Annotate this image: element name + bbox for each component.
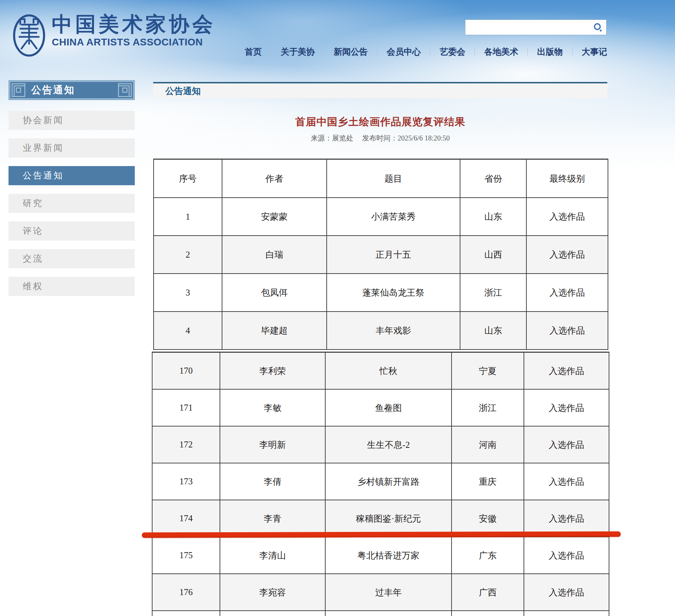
nav-item-4[interactable]: 艺委会	[440, 46, 465, 57]
table-cell: 包凤佴	[222, 274, 327, 312]
table-cell: 宁夏	[452, 352, 524, 390]
table-cell	[325, 611, 452, 616]
sidebar-item-5[interactable]: 交流	[9, 249, 135, 268]
table-cell: 入选作品	[526, 198, 608, 236]
table-header-row: 序号作者题目省份最终级别	[154, 159, 608, 198]
logo-title-en: CHINA ARTISTS ASSOCIATION	[52, 37, 216, 48]
nav-separator	[572, 48, 572, 56]
article-title: 首届中国乡土绘画作品展览复评结果	[153, 115, 607, 129]
table-cell: 171	[152, 389, 220, 426]
table-cell: 鱼鲞图	[325, 389, 452, 426]
table-header-cell: 序号	[154, 159, 222, 198]
table-header-cell: 作者	[222, 159, 327, 198]
table-row: 176李宛容过丰年广西入选作品	[152, 574, 609, 611]
table-cell: 李宛容	[220, 574, 325, 611]
site-logo[interactable]: 中国美术家协会 CHINA ARTISTS ASSOCIATION	[12, 13, 216, 58]
table-cell: 李倩	[220, 463, 325, 500]
search-icon[interactable]	[593, 22, 603, 33]
table-cell: 广西	[452, 574, 524, 611]
logo-title-cn: 中国美术家协会	[52, 13, 216, 36]
table-row-partial	[152, 611, 609, 616]
nav-item-5[interactable]: 各地美术	[484, 46, 518, 57]
search-input[interactable]	[469, 21, 591, 34]
sidebar: 公告通知 协会新闻业界新闻公告通知研究评论交流维权	[9, 80, 135, 304]
fret-pattern-icon	[11, 83, 26, 98]
main-nav: 首页关于美协新闻公告会员中心艺委会各地美术出版物大事记	[245, 45, 607, 58]
table-cell: 广东	[452, 537, 524, 574]
sidebar-item-0[interactable]: 协会新闻	[9, 111, 135, 130]
nav-separator	[475, 48, 475, 56]
table-cell: 入选作品	[524, 389, 609, 426]
table-row: 172李明新生生不息-2河南入选作品	[152, 426, 609, 463]
nav-separator	[324, 48, 325, 56]
table-cell: 入选作品	[526, 312, 608, 350]
table-cell: 安蒙蒙	[222, 198, 327, 236]
section-bar: 公告通知	[153, 82, 607, 98]
table-header-cell: 省份	[460, 159, 526, 198]
table-cell: 2	[154, 236, 222, 274]
table-cell	[152, 611, 220, 616]
table-cell: 乡村镇新开富路	[325, 463, 452, 500]
table-cell: 入选作品	[524, 463, 609, 500]
table-cell: 4	[154, 312, 222, 350]
sidebar-item-6[interactable]: 维权	[9, 277, 135, 296]
table-cell: 173	[152, 463, 220, 500]
sidebar-item-3[interactable]: 研究	[9, 194, 135, 213]
table-cell: 入选作品	[526, 274, 608, 312]
table-cell: 河南	[452, 426, 524, 463]
nav-item-2[interactable]: 新闻公告	[334, 46, 368, 57]
table-header-cell: 最终级别	[526, 159, 608, 198]
nav-item-0[interactable]: 首页	[245, 46, 262, 57]
nav-item-6[interactable]: 出版物	[537, 46, 563, 57]
table-cell: 李明新	[220, 426, 325, 463]
table-row: 3包凤佴蓬莱仙岛龙王祭浙江入选作品	[154, 274, 608, 312]
table-header-cell: 题目	[327, 159, 460, 198]
search-box	[465, 20, 607, 35]
sidebar-menu: 协会新闻业界新闻公告通知研究评论交流维权	[9, 111, 135, 296]
sidebar-item-4[interactable]: 评论	[9, 221, 135, 241]
table-cell: 李清山	[220, 537, 325, 574]
table-cell: 蓬莱仙岛龙王祭	[327, 274, 460, 312]
sidebar-item-2[interactable]: 公告通知	[9, 166, 135, 185]
table-cell: 172	[152, 426, 220, 463]
table-cell: 山东	[460, 312, 526, 350]
table-cell: 小满苦菜秀	[327, 198, 460, 236]
table-cell: 入选作品	[524, 352, 609, 390]
page: 中国美术家协会 CHINA ARTISTS ASSOCIATION 首页关于美协…	[0, 0, 675, 616]
table-cell: 李利荣	[220, 352, 325, 390]
red-marker-underline	[142, 532, 621, 538]
table-row: 170李利荣忙秋宁夏入选作品	[152, 352, 609, 390]
table-cell: 入选作品	[524, 537, 609, 574]
table-cell: 174	[152, 500, 220, 537]
nav-separator	[527, 48, 528, 56]
results-table-top: 序号作者题目省份最终级别 1安蒙蒙小满苦菜秀山东入选作品2白瑞正月十五山西入选作…	[153, 159, 608, 350]
nav-item-3[interactable]: 会员中心	[387, 46, 421, 57]
sidebar-item-1[interactable]: 业界新闻	[9, 138, 135, 158]
table-cell: 毕建超	[222, 312, 327, 350]
table-cell: 李敏	[220, 389, 325, 426]
table-cell: 生生不息-2	[325, 426, 452, 463]
logo-text: 中国美术家协会 CHINA ARTISTS ASSOCIATION	[52, 13, 216, 48]
caa-emblem-icon	[12, 13, 46, 58]
table-cell: 粤北桔香进万家	[325, 537, 452, 574]
table-cell: 李青	[220, 500, 325, 537]
nav-separator	[377, 48, 377, 56]
sidebar-header: 公告通知	[9, 80, 135, 100]
table-cell: 170	[152, 352, 220, 390]
table-cell	[220, 611, 325, 616]
table-cell: 浙江	[460, 274, 526, 312]
nav-item-7[interactable]: 大事记	[582, 46, 607, 57]
table-cell: 176	[152, 574, 220, 611]
table-cell: 3	[154, 274, 222, 312]
nav-item-1[interactable]: 关于美协	[281, 46, 315, 57]
article-source: 来源：展览处	[311, 134, 353, 142]
table-cell: 白瑞	[222, 236, 327, 274]
table-cell: 重庆	[452, 463, 524, 500]
table-cell: 稼穑图鉴·新纪元	[325, 500, 452, 537]
table-cell: 1	[154, 198, 222, 236]
table-cell: 山东	[460, 198, 526, 236]
sidebar-title: 公告通知	[9, 81, 134, 99]
results-table-bottom: 170李利荣忙秋宁夏入选作品171李敏鱼鲞图浙江入选作品172李明新生生不息-2…	[152, 352, 609, 616]
table-cell: 入选作品	[524, 574, 609, 611]
table-cell: 入选作品	[524, 426, 609, 463]
